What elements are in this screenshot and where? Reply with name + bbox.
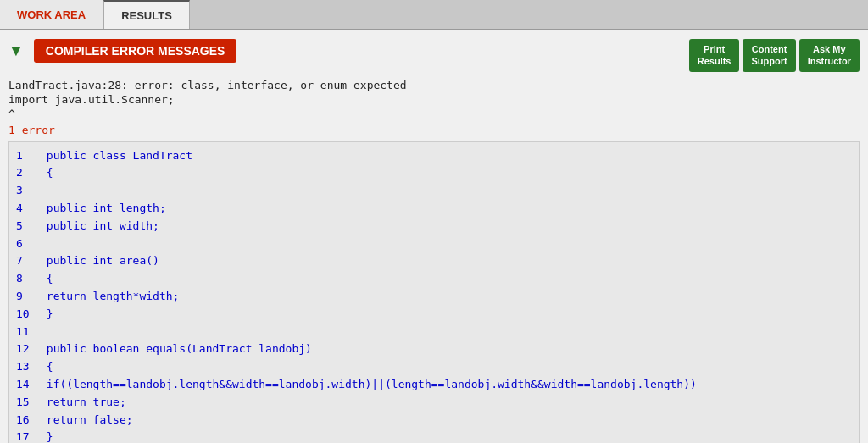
table-row: 7 public int area() <box>16 252 852 270</box>
triangle-icon: ▼ <box>8 42 24 60</box>
line-number: 11 <box>16 324 40 341</box>
print-results-button[interactable]: PrintResults <box>689 39 740 72</box>
table-row: 6 <box>16 235 852 253</box>
table-row: 12 public boolean equals(LandTract lando… <box>16 341 852 358</box>
line-number: 8 <box>16 270 40 288</box>
tab-work-area[interactable]: WORK AREA <box>0 0 103 29</box>
table-row: 8 { <box>16 270 852 288</box>
line-number: 10 <box>16 306 40 324</box>
table-row: 11 <box>16 324 852 341</box>
ask-instructor-button[interactable]: Ask MyInstructor <box>799 39 860 72</box>
line-number: 2 <box>16 164 40 182</box>
line-content: } <box>40 429 53 443</box>
table-row: 15 return true; <box>16 394 852 412</box>
line-content: public int area() <box>40 252 159 270</box>
line-content: public int length; <box>40 200 166 218</box>
main-content: ▼ COMPILER ERROR MESSAGES PrintResults C… <box>0 30 868 443</box>
content-support-button[interactable]: ContentSupport <box>743 39 795 72</box>
line-number: 3 <box>16 182 40 200</box>
line-number: 13 <box>16 358 40 376</box>
left-toolbar: ▼ COMPILER ERROR MESSAGES <box>8 39 236 63</box>
line-content: return length*width; <box>40 288 179 306</box>
table-row: 14 if((length==landobj.length&&width==la… <box>16 376 852 394</box>
table-row: 3 <box>16 182 852 200</box>
line-number: 9 <box>16 288 40 306</box>
error-line2: import java.util.Scanner; <box>8 93 860 106</box>
line-content: return false; <box>40 412 133 429</box>
line-number: 12 <box>16 341 40 358</box>
line-content: { <box>40 358 53 376</box>
tab-results[interactable]: RESULTS <box>103 0 190 29</box>
line-content: public int width; <box>40 218 159 235</box>
tab-bar: WORK AREA RESULTS <box>0 0 868 30</box>
line-content: if((length==landobj.length&&width==lando… <box>40 376 697 394</box>
right-toolbar: PrintResults ContentSupport Ask MyInstru… <box>689 39 860 72</box>
error-line1: LandTract.java:28: error: class, interfa… <box>8 79 860 91</box>
compiler-error-banner: COMPILER ERROR MESSAGES <box>34 39 237 63</box>
table-row: 17 } <box>16 429 852 443</box>
table-row: 2 { <box>16 164 852 182</box>
line-content: { <box>40 270 53 288</box>
line-number: 14 <box>16 376 40 394</box>
line-number: 1 <box>16 147 40 165</box>
line-number: 4 <box>16 200 40 218</box>
line-content: { <box>40 164 53 182</box>
error-caret: ^ <box>8 108 860 120</box>
line-content: public class LandTract <box>40 147 192 165</box>
table-row: 4 public int length; <box>16 200 852 218</box>
line-number: 6 <box>16 235 40 253</box>
line-content: } <box>40 306 53 324</box>
toolbar-row: ▼ COMPILER ERROR MESSAGES PrintResults C… <box>8 39 860 72</box>
line-content: return true; <box>40 394 126 412</box>
line-number: 7 <box>16 252 40 270</box>
line-number: 16 <box>16 412 40 429</box>
line-number: 17 <box>16 429 40 443</box>
table-row: 9 return length*width; <box>16 288 852 306</box>
table-row: 1 public class LandTract <box>16 147 852 165</box>
table-row: 16 return false; <box>16 412 852 429</box>
line-content: public boolean equals(LandTract landobj) <box>40 341 312 358</box>
error-count: 1 error <box>8 124 860 136</box>
table-row: 5 public int width; <box>16 218 852 235</box>
code-block: 1 public class LandTract2 {34 public int… <box>8 141 860 443</box>
table-row: 10 } <box>16 306 852 324</box>
line-number: 15 <box>16 394 40 412</box>
line-number: 5 <box>16 218 40 235</box>
table-row: 13 { <box>16 358 852 376</box>
